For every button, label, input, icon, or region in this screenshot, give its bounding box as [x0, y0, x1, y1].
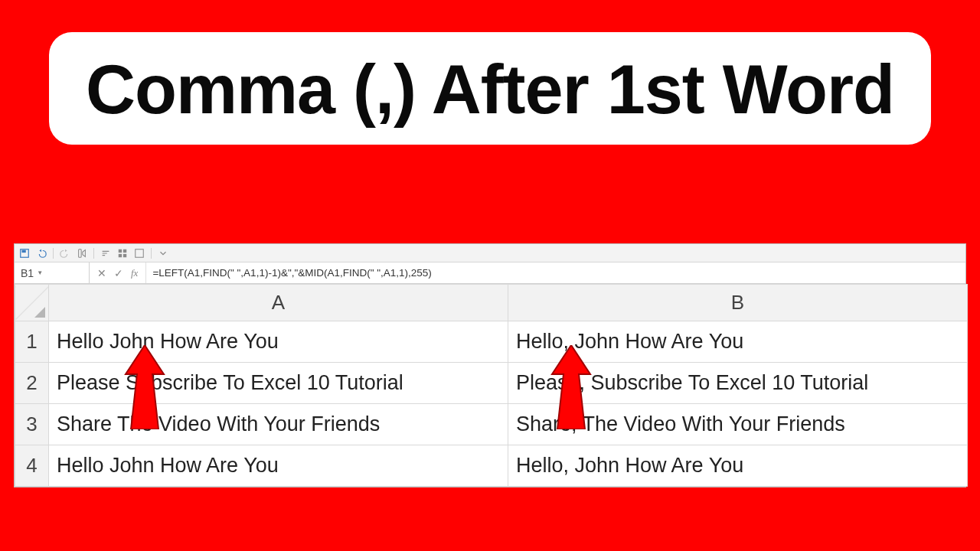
select-all-corner[interactable]: [15, 285, 49, 321]
spreadsheet-window: B1 ▼ ✕ ✓ fx =LEFT(A1,FIND(" ",A1,1)-1)&"…: [14, 243, 966, 487]
formula-bar: B1 ▼ ✕ ✓ fx =LEFT(A1,FIND(" ",A1,1)-1)&"…: [15, 262, 965, 284]
fx-icon[interactable]: fx: [131, 267, 138, 279]
cell[interactable]: Hello John How Are You: [49, 445, 508, 487]
formula-bar-buttons: ✕ ✓ fx: [90, 262, 146, 283]
svg-rect-7: [136, 249, 144, 257]
title-banner: Comma (,) After 1st Word: [49, 32, 931, 145]
cell[interactable]: Share The Video With Your Friends: [49, 404, 508, 445]
table-row: 1 Hello John How Are You Hello, John How…: [15, 321, 968, 363]
box-icon[interactable]: [134, 248, 145, 259]
name-box-value: B1: [21, 267, 34, 279]
chevron-down-icon[interactable]: ▼: [37, 269, 43, 276]
row-header[interactable]: 3: [15, 404, 49, 445]
svg-rect-6: [123, 253, 126, 256]
save-icon[interactable]: [19, 248, 30, 259]
cell[interactable]: Please, Subscribe To Excel 10 Tutorial: [508, 363, 968, 404]
chevron-down-icon[interactable]: [158, 248, 168, 259]
touch-icon[interactable]: [77, 248, 87, 259]
table-row: 3 Share The Video With Your Friends Shar…: [15, 404, 968, 445]
svg-rect-1: [22, 249, 26, 253]
cell[interactable]: Hello John How Are You: [49, 321, 508, 363]
table-row: 2 Please Subscribe To Excel 10 Tutorial …: [15, 363, 968, 404]
cancel-icon[interactable]: ✕: [97, 267, 106, 279]
name-box[interactable]: B1 ▼: [15, 262, 90, 283]
column-header-b[interactable]: B: [508, 285, 968, 321]
sort-icon[interactable]: [100, 248, 111, 259]
undo-icon[interactable]: [36, 248, 47, 259]
grid-icon[interactable]: [117, 248, 128, 259]
row-header[interactable]: 4: [15, 445, 49, 487]
enter-icon[interactable]: ✓: [114, 267, 123, 279]
cell[interactable]: Hello, John How Are You: [508, 321, 968, 363]
svg-rect-4: [123, 249, 126, 252]
row-header[interactable]: 1: [15, 321, 49, 363]
table-row: 4 Hello John How Are You Hello, John How…: [15, 445, 968, 487]
quick-access-toolbar: [15, 244, 965, 262]
svg-rect-3: [119, 249, 122, 252]
separator: [53, 248, 54, 259]
cell[interactable]: Please Subscribe To Excel 10 Tutorial: [49, 363, 508, 404]
spreadsheet-grid[interactable]: A B 1 Hello John How Are You Hello, John…: [15, 284, 968, 487]
formula-text: =LEFT(A1,FIND(" ",A1,1)-1)&","&MID(A1,FI…: [152, 267, 431, 279]
separator: [151, 248, 152, 259]
svg-rect-5: [119, 253, 122, 256]
cell[interactable]: Hello, John How Are You: [508, 445, 968, 487]
row-header[interactable]: 2: [15, 363, 49, 404]
title-text: Comma (,) After 1st Word: [86, 51, 894, 128]
formula-input[interactable]: =LEFT(A1,FIND(" ",A1,1)-1)&","&MID(A1,FI…: [146, 262, 965, 283]
cell[interactable]: Share, The Video With Your Friends: [508, 404, 968, 445]
column-header-a[interactable]: A: [49, 285, 508, 321]
svg-rect-2: [79, 249, 82, 257]
separator: [93, 248, 94, 259]
redo-icon[interactable]: [60, 248, 70, 259]
